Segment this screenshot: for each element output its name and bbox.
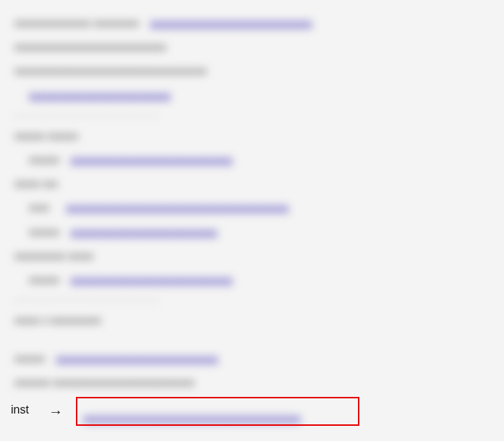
blurred-line: xxxxxx xxxxxxxxxxxxxxxxxxxxxxxxxxxxxxxx — [29, 151, 490, 169]
blurred-line: xxxxxxxxxxxxxxxxxxxxxxxxxxxx — [29, 87, 490, 105]
blurred-text: xxxxxxxxxxxxxxx xxxxxxxxx — [14, 17, 139, 29]
blurred-line: xxxxxxxxxxxxxxx xxxxxxxxx xxxxxxxxxxxxxx… — [14, 14, 490, 33]
blurred-line: xxxxxx xxxxxx — [14, 127, 490, 145]
blurred-line: xxxxxxxxxxxxxxxxxxxxxxxxxxxxxxxxxxxxxx — [14, 62, 490, 80]
blurred-text: xxxxxx — [14, 353, 45, 364]
field-label-inst: inst — [11, 403, 29, 416]
blurred-line: xxxxxx xxxxxxxxxxxxxxxxxxxxxxxxxxxxx — [29, 223, 490, 241]
divider — [14, 300, 159, 301]
blurred-link: xxxxxxxxxxxxxxxxxxxxxxxxxxxxx — [71, 226, 218, 238]
blurred-region: xxxxxxxxxxxxxxx xxxxxxxxx xxxxxxxxxxxxxx… — [0, 0, 504, 441]
blurred-line: xxxxx xxx — [14, 175, 490, 193]
blurred-link: xxxxxxxxxxxxxxxxxxxxxxxxxxxx — [29, 90, 171, 101]
blurred-text: xxxx — [29, 202, 49, 213]
highlight-box — [76, 397, 359, 426]
blurred-text: xxxxxx — [29, 154, 59, 166]
blurred-link: xxxxxxxxxxxxxxxxxxxxxxxxxxxxxxxx — [150, 17, 312, 29]
blurred-line: xxxxxxx xxxxxxxxxxxxxxxxxxxxxxxxxxxx — [14, 374, 490, 392]
blurred-text: xxxxxx — [29, 274, 59, 286]
blurred-line: xxxxxxxxxx xxxxx — [14, 247, 490, 265]
blurred-link: xxxxxxxxxxxxxxxxxxxxxxxxxxxxxxxxxxxxxxxx… — [66, 202, 289, 213]
blurred-link: xxxxxxxxxxxxxxxxxxxxxxxxxxxxxxxx — [56, 353, 218, 364]
blurred-link: xxxxxxxxxxxxxxxxxxxxxxxxxxxxxxxx — [71, 274, 233, 286]
blurred-line: xxxxxxxxxxxxxxxxxxxxxxxxxxxxxx — [14, 38, 490, 56]
blurred-line: xxxxxx xxxxxxxxxxxxxxxxxxxxxxxxxxxxxxxx — [14, 350, 490, 368]
divider — [14, 116, 159, 116]
blurred-line: xxxxx x xxxxxxxxxx — [14, 312, 490, 330]
blurred-line: xxxxxx xxxxxxxxxxxxxxxxxxxxxxxxxxxxxxxx — [29, 271, 490, 289]
blurred-link: xxxxxxxxxxxxxxxxxxxxxxxxxxxxxxxx — [71, 154, 233, 166]
arrow-right-icon: → — [48, 403, 63, 420]
blurred-text: xxxxxx — [29, 226, 59, 238]
blurred-line: xxxx xxxxxxxxxxxxxxxxxxxxxxxxxxxxxxxxxxx… — [29, 199, 490, 217]
